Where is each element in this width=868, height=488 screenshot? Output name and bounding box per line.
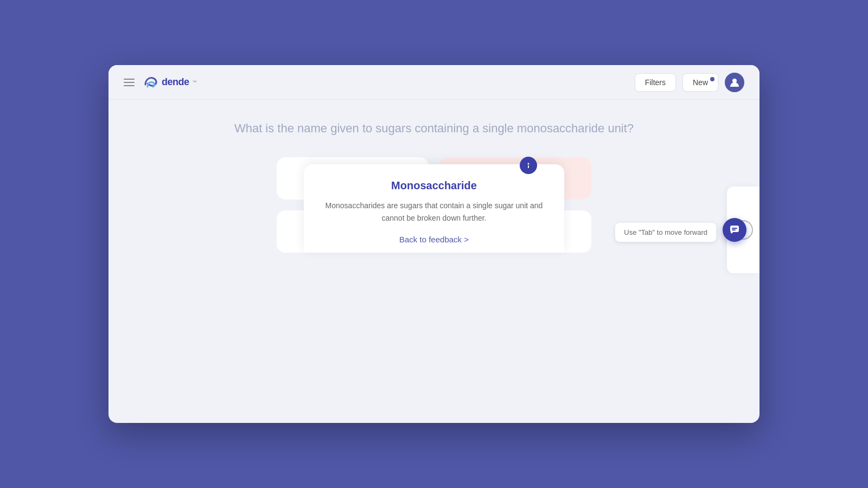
question-text: What is the name given to sugars contain… xyxy=(234,121,634,136)
header: dende™ Filters New xyxy=(108,65,760,100)
header-right: Filters New xyxy=(635,73,744,92)
svg-rect-2 xyxy=(528,165,529,168)
logo-icon xyxy=(143,75,158,90)
svg-point-1 xyxy=(528,163,529,165)
explanation-title: Monosaccharide xyxy=(321,179,547,192)
explanation-text: Monosaccharides are sugars that contain … xyxy=(321,200,547,224)
explanation-panel: Monosaccharide Monosaccharides are sugar… xyxy=(304,164,564,253)
filters-button[interactable]: Filters xyxy=(635,73,676,92)
main-content: What is the name given to sugars contain… xyxy=(108,100,760,253)
new-badge xyxy=(710,77,714,81)
svg-point-0 xyxy=(732,79,737,83)
avatar-button[interactable] xyxy=(725,73,744,92)
info-symbol xyxy=(524,161,533,170)
svg-rect-4 xyxy=(732,228,737,229)
app-window: dende™ Filters New What is the name give… xyxy=(108,65,760,423)
new-button[interactable]: New xyxy=(682,73,718,92)
tab-hint-text: Use "Tab" to move forward xyxy=(624,228,707,236)
info-icon xyxy=(520,157,537,174)
back-to-feedback-link[interactable]: Back to feedback > xyxy=(321,235,547,253)
avatar-icon xyxy=(729,77,740,88)
tab-hint: Use "Tab" to move forward xyxy=(615,223,716,242)
logo: dende™ xyxy=(143,75,197,90)
logo-text: dende xyxy=(162,76,189,88)
menu-icon[interactable] xyxy=(124,79,135,86)
chat-button[interactable] xyxy=(723,218,746,242)
logo-tm: ™ xyxy=(193,80,197,85)
header-left: dende™ xyxy=(124,75,197,90)
chat-icon xyxy=(729,224,740,235)
svg-rect-5 xyxy=(732,229,736,230)
